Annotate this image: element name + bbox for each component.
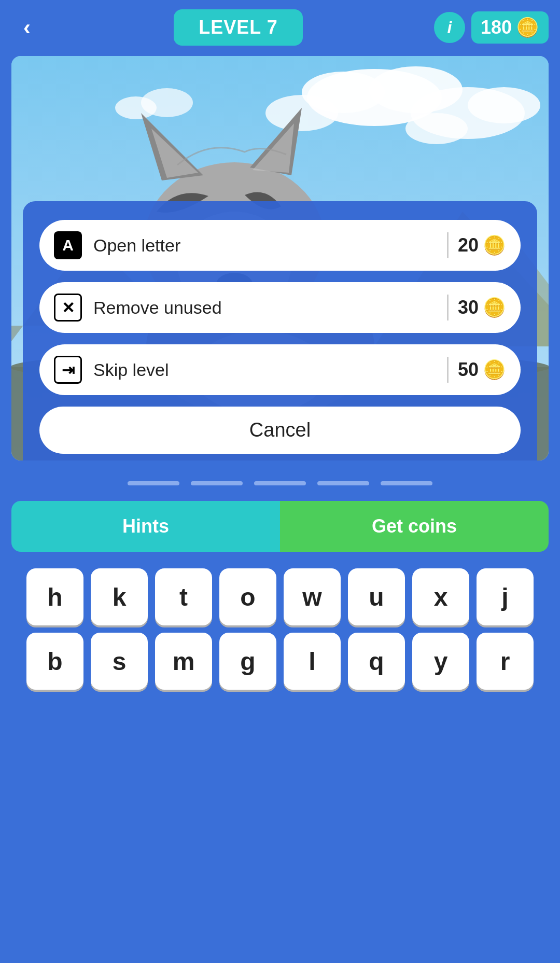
key-k[interactable]: k — [91, 568, 148, 625]
key-r[interactable]: r — [477, 633, 534, 690]
back-button[interactable]: ‹ — [11, 12, 43, 43]
key-label-j: j — [501, 583, 508, 611]
keyboard-row-1: hktowuxj — [9, 568, 551, 625]
key-y[interactable]: y — [412, 633, 469, 690]
remove-unused-icon-box: ✕ — [54, 294, 82, 322]
key-label-m: m — [173, 647, 195, 676]
key-label-t: t — [179, 583, 188, 611]
svg-point-7 — [265, 95, 338, 131]
keyboard-row-2: bsmglqyr — [9, 633, 551, 690]
skip-level-icon: ⇥ — [62, 361, 75, 379]
key-label-k: k — [113, 583, 127, 611]
key-w[interactable]: w — [284, 568, 341, 625]
coins-count: 180 — [481, 17, 512, 38]
svg-point-5 — [468, 87, 540, 123]
hints-button[interactable]: Hints — [11, 501, 280, 552]
open-letter-icon: A — [62, 236, 74, 254]
answer-dash-3 — [254, 481, 306, 485]
open-letter-coin-icon: 🪙 — [483, 234, 506, 256]
skip-level-option[interactable]: ⇥ Skip level 50 🪙 — [39, 344, 521, 395]
remove-unused-option[interactable]: ✕ Remove unused 30 🪙 — [39, 282, 521, 333]
level-label: LEVEL 7 — [199, 17, 277, 38]
key-q[interactable]: q — [348, 633, 405, 690]
image-area: A Open letter 20 🪙 ✕ Remove unused 30 🪙 — [11, 56, 549, 460]
getcoins-label: Get coins — [372, 515, 457, 537]
level-badge: LEVEL 7 — [174, 9, 302, 46]
key-m[interactable]: m — [155, 633, 212, 690]
svg-point-6 — [405, 113, 468, 144]
coin-icon: 🪙 — [516, 17, 539, 38]
open-letter-cost: 20 🪙 — [458, 234, 506, 256]
key-label-g: g — [240, 647, 255, 676]
key-label-l: l — [309, 647, 315, 676]
key-u[interactable]: u — [348, 568, 405, 625]
get-coins-button[interactable]: Get coins — [280, 501, 549, 552]
key-o[interactable]: o — [219, 568, 276, 625]
divider-3 — [447, 357, 449, 383]
key-label-h: h — [47, 583, 62, 611]
key-t[interactable]: t — [155, 568, 212, 625]
answer-dash-4 — [317, 481, 369, 485]
key-label-y: y — [434, 647, 448, 676]
key-label-q: q — [369, 647, 384, 676]
key-j[interactable]: j — [477, 568, 534, 625]
answer-dash-5 — [381, 481, 432, 485]
open-letter-icon-box: A — [54, 231, 82, 259]
key-label-b: b — [47, 647, 62, 676]
cancel-button[interactable]: Cancel — [39, 407, 521, 454]
open-letter-cost-num: 20 — [458, 234, 479, 256]
hints-modal: A Open letter 20 🪙 ✕ Remove unused 30 🪙 — [23, 201, 537, 460]
answer-dash-2 — [191, 481, 243, 485]
header: ‹ LEVEL 7 i 180 🪙 — [0, 0, 560, 51]
answer-area — [0, 460, 560, 501]
skip-level-icon-box: ⇥ — [54, 356, 82, 384]
key-label-s: s — [113, 647, 127, 676]
skip-level-cost: 50 🪙 — [458, 359, 506, 381]
info-button[interactable]: i — [434, 12, 465, 43]
skip-level-coin-icon: 🪙 — [483, 359, 506, 381]
coins-badge[interactable]: 180 🪙 — [471, 11, 549, 44]
answer-dash-1 — [128, 481, 179, 485]
remove-unused-cost-num: 30 — [458, 297, 479, 318]
svg-point-9 — [115, 96, 157, 119]
open-letter-option[interactable]: A Open letter 20 🪙 — [39, 220, 521, 271]
remove-unused-label: Remove unused — [93, 298, 447, 318]
key-s[interactable]: s — [91, 633, 148, 690]
hints-label: Hints — [122, 515, 169, 537]
key-label-w: w — [302, 583, 321, 611]
divider-2 — [447, 295, 449, 320]
key-h[interactable]: h — [26, 568, 83, 625]
open-letter-label: Open letter — [93, 235, 447, 256]
keyboard: hktowuxj bsmglqyr — [0, 563, 560, 707]
back-arrow-icon: ‹ — [23, 15, 31, 40]
key-label-r: r — [500, 647, 510, 676]
key-label-x: x — [434, 583, 448, 611]
key-g[interactable]: g — [219, 633, 276, 690]
key-b[interactable]: b — [26, 633, 83, 690]
bottom-buttons: Hints Get coins — [11, 501, 549, 552]
info-icon: i — [447, 18, 452, 37]
header-right: i 180 🪙 — [434, 11, 549, 44]
remove-unused-coin-icon: 🪙 — [483, 297, 506, 318]
remove-unused-cost: 30 🪙 — [458, 297, 506, 318]
skip-level-label: Skip level — [93, 360, 447, 380]
divider-1 — [447, 232, 449, 258]
remove-unused-icon: ✕ — [62, 299, 75, 317]
skip-level-cost-num: 50 — [458, 359, 479, 381]
key-x[interactable]: x — [412, 568, 469, 625]
key-label-o: o — [240, 583, 255, 611]
cancel-label: Cancel — [249, 419, 311, 441]
key-label-u: u — [369, 583, 384, 611]
key-l[interactable]: l — [284, 633, 341, 690]
